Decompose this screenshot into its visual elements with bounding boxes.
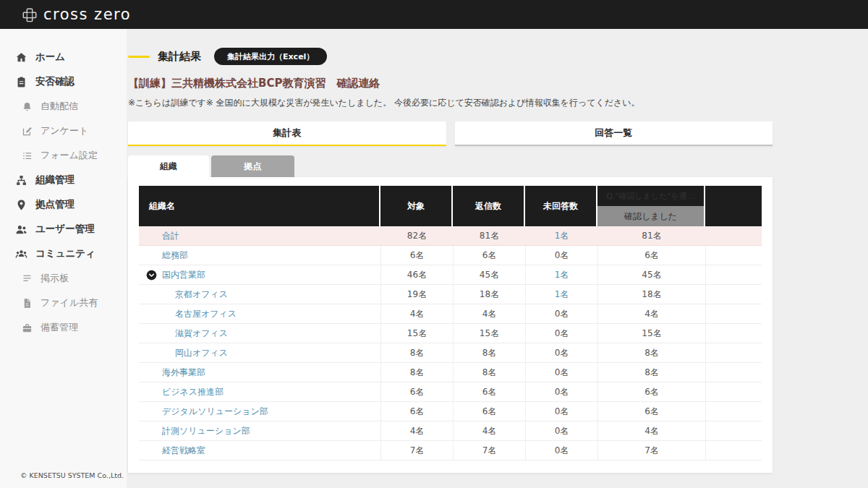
file-icon bbox=[22, 298, 33, 309]
sidebar-item-11[interactable]: 備蓄管理 bbox=[0, 315, 127, 340]
target-value: 15名 bbox=[407, 328, 427, 340]
unanswered-value[interactable]: 1名 bbox=[555, 230, 569, 242]
replies-value: 4名 bbox=[482, 425, 497, 437]
org-name-link[interactable]: 京都オフィス bbox=[175, 288, 228, 301]
org-name-link[interactable]: 計測ソリューション部 bbox=[162, 425, 250, 437]
table-row: 名古屋オフィス4名4名0名4名 bbox=[139, 304, 762, 324]
crosszero-plus-icon bbox=[22, 7, 38, 22]
org-name-cell: 京都オフィス bbox=[139, 285, 380, 304]
column-header-question: Q."確認しました"を選… 確認しました bbox=[597, 186, 704, 226]
column-header-unanswered: 未回答数 bbox=[525, 186, 596, 226]
target-cell: 6名 bbox=[380, 246, 453, 265]
result-tabs: 集計表 回答一覧 bbox=[128, 121, 773, 146]
unanswered-value[interactable]: 1名 bbox=[555, 288, 569, 301]
table-header: 組織名 対象 返信数 未回答数 Q."確認しました"を選… 確認しました bbox=[139, 186, 762, 226]
sidebar-item-8[interactable]: コミュニティ bbox=[0, 241, 127, 266]
confirmed-value: 6名 bbox=[644, 406, 659, 418]
tab-answer-list[interactable]: 回答一覧 bbox=[455, 121, 773, 146]
target-cell: 4名 bbox=[380, 421, 453, 440]
sidebar-item-2[interactable]: 自動配信 bbox=[0, 94, 127, 119]
replies-value: 18名 bbox=[480, 288, 499, 301]
org-name-link[interactable]: ビジネス推進部 bbox=[162, 386, 224, 398]
sidebar-item-1[interactable]: 安否確認 bbox=[0, 69, 127, 94]
sidebar-item-label: 組織管理 bbox=[35, 174, 75, 187]
replies-value: 6名 bbox=[482, 406, 497, 418]
copyright-text: © KENSETSU SYSTEM Co.,Ltd. bbox=[20, 471, 124, 479]
chevron-down-circle-icon[interactable] bbox=[146, 270, 157, 281]
org-name-link[interactable]: 岡山オフィス bbox=[175, 347, 228, 359]
table-row: ビジネス推進部6名6名0名6名 bbox=[139, 382, 762, 402]
replies-cell: 45名 bbox=[453, 265, 525, 284]
org-name-cell: 海外事業部 bbox=[139, 363, 380, 382]
confirmed-value: 45名 bbox=[642, 269, 661, 281]
sidebar-item-label: 安否確認 bbox=[35, 75, 75, 88]
org-name-link[interactable]: 経営戦略室 bbox=[162, 445, 205, 457]
replies-value: 6名 bbox=[482, 386, 497, 398]
confirmed-value: 7名 bbox=[644, 445, 659, 457]
sidebar-item-7[interactable]: ユーザー管理 bbox=[0, 217, 127, 241]
target-value: 46名 bbox=[407, 269, 427, 281]
table-row: 京都オフィス19名18名1名18名 bbox=[139, 285, 762, 304]
org-name-link[interactable]: 合計 bbox=[162, 230, 179, 242]
community-icon bbox=[15, 248, 27, 260]
sidebar-item-label: 拠点管理 bbox=[35, 198, 75, 211]
form-list-icon bbox=[22, 150, 33, 161]
org-name-link[interactable]: 総務部 bbox=[162, 249, 188, 262]
replies-cell: 6名 bbox=[453, 402, 525, 421]
confirmed-value: 18名 bbox=[642, 288, 661, 301]
unanswered-value[interactable]: 1名 bbox=[555, 269, 569, 281]
replies-value: 7名 bbox=[482, 445, 497, 457]
table-row: 経営戦略室7名7名0名7名 bbox=[139, 441, 762, 461]
org-name-cell: 経営戦略室 bbox=[139, 441, 380, 460]
target-value: 6名 bbox=[410, 249, 425, 262]
subtab-site[interactable]: 拠点 bbox=[211, 155, 294, 177]
confirmed-cell: 4名 bbox=[597, 304, 705, 323]
unanswered-cell: 0名 bbox=[525, 402, 597, 421]
group-subtabs: 組織 拠点 bbox=[128, 155, 868, 177]
org-name-link[interactable]: 名古屋オフィス bbox=[175, 308, 237, 320]
export-excel-button[interactable]: 集計結果出力（Excel） bbox=[214, 48, 327, 65]
board-lines-icon bbox=[22, 273, 33, 284]
target-value: 6名 bbox=[410, 406, 425, 418]
replies-value: 6名 bbox=[482, 249, 497, 262]
org-name-link[interactable]: 海外事業部 bbox=[162, 367, 205, 379]
sidebar-item-3[interactable]: アンケート bbox=[0, 119, 127, 143]
sidebar-item-5[interactable]: 組織管理 bbox=[0, 168, 127, 192]
confirmed-value: 4名 bbox=[644, 308, 659, 320]
sidebar-item-9[interactable]: 掲示板 bbox=[0, 266, 127, 291]
target-value: 7名 bbox=[410, 445, 425, 457]
target-cell: 46名 bbox=[380, 265, 453, 284]
org-name-link[interactable]: 国内営業部 bbox=[162, 269, 205, 281]
confirmed-cell: 6名 bbox=[597, 382, 705, 401]
sidebar-item-0[interactable]: ホーム bbox=[0, 45, 127, 69]
confirmed-cell: 15名 bbox=[597, 324, 705, 343]
summary-panel: 組織名 対象 返信数 未回答数 Q."確認しました"を選… 確認しました 合計8… bbox=[128, 177, 773, 473]
org-name-cell: 合計 bbox=[139, 226, 380, 245]
org-name-link[interactable]: 滋賀オフィス bbox=[175, 328, 228, 340]
unanswered-value: 0名 bbox=[555, 367, 569, 379]
org-name-cell: 岡山オフィス bbox=[139, 343, 380, 362]
app-logo[interactable]: cross zero bbox=[22, 6, 131, 23]
target-cell: 6名 bbox=[380, 402, 453, 421]
column-header-target: 対象 bbox=[380, 186, 451, 226]
empty-cell bbox=[705, 304, 762, 323]
target-value: 82名 bbox=[407, 230, 427, 242]
org-name-link[interactable]: デジタルソリューション部 bbox=[162, 406, 268, 418]
question-choice-label: 確認しました bbox=[597, 206, 704, 226]
confirmed-cell: 8名 bbox=[597, 343, 705, 362]
target-value: 4名 bbox=[410, 425, 425, 437]
sidebar-item-6[interactable]: 拠点管理 bbox=[0, 192, 127, 217]
page-title: 集計結果 bbox=[158, 50, 201, 64]
users-icon bbox=[15, 223, 27, 236]
sidebar-item-10[interactable]: ファイル共有 bbox=[0, 291, 127, 315]
unanswered-value: 0名 bbox=[555, 386, 569, 398]
sidebar-item-label: 掲示板 bbox=[41, 272, 69, 285]
column-header-org-name: 組織名 bbox=[139, 186, 379, 226]
confirmed-cell: 81名 bbox=[597, 226, 705, 245]
unanswered-cell: 0名 bbox=[525, 324, 597, 343]
confirmed-cell: 6名 bbox=[597, 402, 705, 421]
subtab-organization[interactable]: 組織 bbox=[128, 155, 209, 177]
tab-summary-table[interactable]: 集計表 bbox=[128, 121, 446, 146]
empty-cell bbox=[705, 421, 762, 440]
sidebar-item-4[interactable]: フォーム設定 bbox=[0, 143, 127, 168]
